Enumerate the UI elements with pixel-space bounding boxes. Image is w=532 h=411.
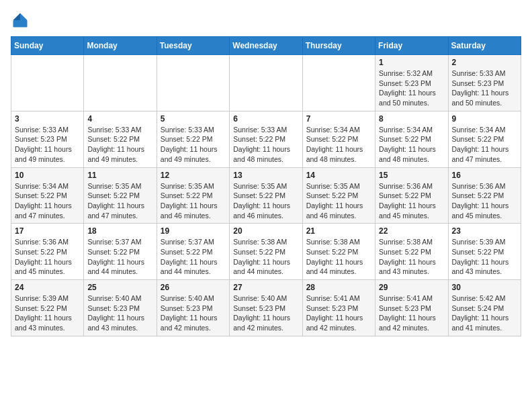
day-number: 8 <box>379 114 444 124</box>
day-info: Sunrise: 5:36 AM Sunset: 5:22 PM Dayligh… <box>452 181 517 221</box>
day-cell-29: 29Sunrise: 5:41 AM Sunset: 5:23 PM Dayli… <box>375 280 448 336</box>
day-header-saturday: Saturday <box>448 37 521 55</box>
day-cell-17: 17Sunrise: 5:36 AM Sunset: 5:22 PM Dayli… <box>11 224 84 280</box>
empty-cell <box>157 55 229 111</box>
day-number: 10 <box>15 171 80 180</box>
day-info: Sunrise: 5:40 AM Sunset: 5:23 PM Dayligh… <box>233 293 298 333</box>
day-number: 30 <box>452 283 517 292</box>
day-cell-18: 18Sunrise: 5:37 AM Sunset: 5:22 PM Dayli… <box>84 224 157 280</box>
day-info: Sunrise: 5:39 AM Sunset: 5:22 PM Dayligh… <box>15 293 80 333</box>
empty-cell <box>11 55 84 111</box>
day-number: 3 <box>15 114 80 124</box>
day-info: Sunrise: 5:41 AM Sunset: 5:23 PM Dayligh… <box>379 293 444 333</box>
day-number: 26 <box>161 283 226 292</box>
day-info: Sunrise: 5:37 AM Sunset: 5:22 PM Dayligh… <box>161 237 226 277</box>
day-cell-13: 13Sunrise: 5:35 AM Sunset: 5:22 PM Dayli… <box>230 167 302 224</box>
svg-marker-1 <box>13 13 21 21</box>
calendar-header: SundayMondayTuesdayWednesdayThursdayFrid… <box>11 37 521 55</box>
empty-cell <box>230 55 302 111</box>
day-cell-22: 22Sunrise: 5:38 AM Sunset: 5:22 PM Dayli… <box>375 224 448 280</box>
day-header-thursday: Thursday <box>302 37 375 55</box>
day-cell-21: 21Sunrise: 5:38 AM Sunset: 5:22 PM Dayli… <box>302 224 375 280</box>
day-header-tuesday: Tuesday <box>157 37 229 55</box>
day-number: 14 <box>306 171 371 180</box>
day-number: 1 <box>379 58 444 67</box>
day-cell-26: 26Sunrise: 5:40 AM Sunset: 5:23 PM Dayli… <box>157 280 229 336</box>
day-number: 11 <box>87 171 152 180</box>
week-row-3: 10Sunrise: 5:34 AM Sunset: 5:22 PM Dayli… <box>11 167 521 224</box>
day-number: 29 <box>379 283 444 292</box>
day-number: 2 <box>452 58 517 67</box>
day-number: 9 <box>452 114 517 124</box>
day-cell-24: 24Sunrise: 5:39 AM Sunset: 5:22 PM Dayli… <box>11 280 84 336</box>
day-cell-20: 20Sunrise: 5:38 AM Sunset: 5:22 PM Dayli… <box>230 224 302 280</box>
day-info: Sunrise: 5:33 AM Sunset: 5:22 PM Dayligh… <box>161 125 226 165</box>
day-cell-7: 7Sunrise: 5:34 AM Sunset: 5:22 PM Daylig… <box>302 111 375 167</box>
day-number: 12 <box>161 171 226 180</box>
day-number: 22 <box>379 226 444 236</box>
day-info: Sunrise: 5:38 AM Sunset: 5:22 PM Dayligh… <box>379 237 444 277</box>
day-cell-11: 11Sunrise: 5:35 AM Sunset: 5:22 PM Dayli… <box>84 167 157 224</box>
day-cell-16: 16Sunrise: 5:36 AM Sunset: 5:22 PM Dayli… <box>448 167 521 224</box>
day-number: 16 <box>452 171 517 180</box>
empty-cell <box>302 55 375 111</box>
day-number: 6 <box>233 114 298 124</box>
day-number: 24 <box>15 283 80 292</box>
day-info: Sunrise: 5:40 AM Sunset: 5:23 PM Dayligh… <box>87 293 152 333</box>
day-info: Sunrise: 5:40 AM Sunset: 5:23 PM Dayligh… <box>161 293 226 333</box>
day-cell-9: 9Sunrise: 5:34 AM Sunset: 5:22 PM Daylig… <box>448 111 521 167</box>
day-number: 15 <box>379 171 444 180</box>
day-cell-23: 23Sunrise: 5:39 AM Sunset: 5:22 PM Dayli… <box>448 224 521 280</box>
day-cell-8: 8Sunrise: 5:34 AM Sunset: 5:22 PM Daylig… <box>375 111 448 167</box>
day-info: Sunrise: 5:35 AM Sunset: 5:22 PM Dayligh… <box>87 181 152 221</box>
week-row-5: 24Sunrise: 5:39 AM Sunset: 5:22 PM Dayli… <box>11 280 521 336</box>
day-number: 19 <box>161 226 226 236</box>
day-cell-2: 2Sunrise: 5:33 AM Sunset: 5:23 PM Daylig… <box>448 55 521 111</box>
week-row-2: 3Sunrise: 5:33 AM Sunset: 5:23 PM Daylig… <box>11 111 521 167</box>
day-info: Sunrise: 5:37 AM Sunset: 5:22 PM Dayligh… <box>87 237 152 277</box>
week-row-1: 1Sunrise: 5:32 AM Sunset: 5:23 PM Daylig… <box>11 55 521 111</box>
day-number: 4 <box>87 114 152 124</box>
day-info: Sunrise: 5:38 AM Sunset: 5:22 PM Dayligh… <box>233 237 298 277</box>
day-number: 21 <box>306 226 371 236</box>
day-cell-6: 6Sunrise: 5:33 AM Sunset: 5:22 PM Daylig… <box>230 111 302 167</box>
day-cell-4: 4Sunrise: 5:33 AM Sunset: 5:22 PM Daylig… <box>84 111 157 167</box>
day-info: Sunrise: 5:36 AM Sunset: 5:22 PM Dayligh… <box>15 237 80 277</box>
day-info: Sunrise: 5:34 AM Sunset: 5:22 PM Dayligh… <box>306 125 371 165</box>
day-info: Sunrise: 5:35 AM Sunset: 5:22 PM Dayligh… <box>161 181 226 221</box>
day-cell-12: 12Sunrise: 5:35 AM Sunset: 5:22 PM Dayli… <box>157 167 229 224</box>
day-info: Sunrise: 5:34 AM Sunset: 5:22 PM Dayligh… <box>379 125 444 165</box>
day-number: 28 <box>306 283 371 292</box>
svg-rect-2 <box>13 20 28 28</box>
day-cell-3: 3Sunrise: 5:33 AM Sunset: 5:23 PM Daylig… <box>11 111 84 167</box>
day-cell-10: 10Sunrise: 5:34 AM Sunset: 5:22 PM Dayli… <box>11 167 84 224</box>
day-cell-30: 30Sunrise: 5:42 AM Sunset: 5:24 PM Dayli… <box>448 280 521 336</box>
day-cell-19: 19Sunrise: 5:37 AM Sunset: 5:22 PM Dayli… <box>157 224 229 280</box>
logo <box>11 11 32 30</box>
day-header-monday: Monday <box>84 37 157 55</box>
day-info: Sunrise: 5:39 AM Sunset: 5:22 PM Dayligh… <box>452 237 517 277</box>
day-info: Sunrise: 5:33 AM Sunset: 5:23 PM Dayligh… <box>452 68 517 108</box>
day-info: Sunrise: 5:35 AM Sunset: 5:22 PM Dayligh… <box>306 181 371 221</box>
day-number: 23 <box>452 226 517 236</box>
empty-cell <box>84 55 157 111</box>
week-row-4: 17Sunrise: 5:36 AM Sunset: 5:22 PM Dayli… <box>11 224 521 280</box>
day-info: Sunrise: 5:33 AM Sunset: 5:22 PM Dayligh… <box>87 125 152 165</box>
day-header-friday: Friday <box>375 37 448 55</box>
day-cell-25: 25Sunrise: 5:40 AM Sunset: 5:23 PM Dayli… <box>84 280 157 336</box>
day-cell-27: 27Sunrise: 5:40 AM Sunset: 5:23 PM Dayli… <box>230 280 302 336</box>
day-cell-14: 14Sunrise: 5:35 AM Sunset: 5:22 PM Dayli… <box>302 167 375 224</box>
day-number: 25 <box>87 283 152 292</box>
day-number: 7 <box>306 114 371 124</box>
day-number: 17 <box>15 226 80 236</box>
day-cell-1: 1Sunrise: 5:32 AM Sunset: 5:23 PM Daylig… <box>375 55 448 111</box>
calendar-table: SundayMondayTuesdayWednesdayThursdayFrid… <box>11 36 521 336</box>
day-info: Sunrise: 5:36 AM Sunset: 5:22 PM Dayligh… <box>379 181 444 221</box>
day-info: Sunrise: 5:32 AM Sunset: 5:23 PM Dayligh… <box>379 68 444 108</box>
day-number: 27 <box>233 283 298 292</box>
page-header <box>11 11 521 30</box>
day-number: 20 <box>233 226 298 236</box>
day-info: Sunrise: 5:42 AM Sunset: 5:24 PM Dayligh… <box>452 293 517 333</box>
calendar-body: 1Sunrise: 5:32 AM Sunset: 5:23 PM Daylig… <box>11 55 521 336</box>
day-header-sunday: Sunday <box>11 37 84 55</box>
